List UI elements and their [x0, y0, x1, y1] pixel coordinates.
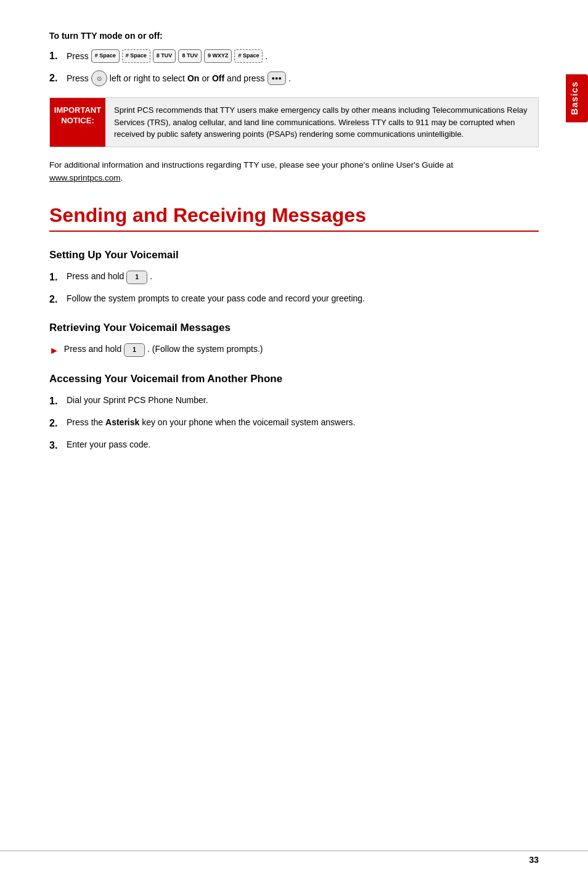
setup-step-num-1: 1.	[49, 270, 67, 285]
nav-key-icon: ⊙	[91, 70, 107, 86]
setup-step-2-text: Follow the system prompts to create your…	[67, 292, 365, 306]
page-container: Basics To turn TTY mode on or off: 1. Pr…	[0, 0, 588, 882]
setup-step-1-before: Press and hold	[67, 271, 124, 281]
step-num-2: 2.	[49, 73, 67, 84]
key-hash-space-2: # Space	[122, 49, 150, 63]
website-link[interactable]: www.sprintpcs.com	[49, 173, 121, 182]
retrieve-before: Press and hold	[64, 344, 121, 354]
additional-info-text: For additional information and instructi…	[49, 160, 453, 169]
voicemail-another-heading: Accessing Your Voicemail from Another Ph…	[49, 373, 539, 385]
step-1-press: Press	[67, 51, 89, 61]
retrieve-bullet: ► Press and hold 1 . (Follow the system …	[49, 343, 539, 358]
retrieve-after: . (Follow the system prompts.)	[147, 344, 263, 354]
another-step-3: 3. Enter your pass code.	[49, 438, 539, 453]
period-after-link: .	[121, 173, 123, 182]
step-1-period: .	[265, 51, 267, 61]
step-2-or: or	[202, 73, 209, 83]
tty-step-1: 1. Press # Space # Space 8 TUV 8 TUV 9 W…	[49, 49, 539, 63]
arrow-icon: ►	[49, 343, 59, 358]
another-step-num-3: 3.	[49, 438, 67, 453]
voicemail-key-2: 1	[124, 343, 145, 357]
another-step-1-text: Dial your Sprint PCS Phone Number.	[67, 394, 208, 407]
tty-title: To turn TTY mode on or off:	[49, 31, 539, 41]
step-2-middle: left or right to select	[110, 73, 185, 83]
another-step-2-before: Press the	[67, 417, 103, 427]
additional-info: For additional information and instructi…	[49, 158, 539, 185]
tty-step-2: 2. Press ⊙ left or right to select On or…	[49, 70, 539, 86]
side-tab: Basics	[566, 74, 588, 122]
key-8tuv-1: 8 TUV	[153, 49, 176, 63]
setup-step-1: 1. Press and hold 1 .	[49, 270, 539, 285]
tty-section: To turn TTY mode on or off: 1. Press # S…	[49, 31, 539, 185]
voicemail-setup-section: Setting Up Your Voicemail 1. Press and h…	[49, 249, 539, 307]
bottom-rule	[0, 851, 588, 851]
setup-step-num-2: 2.	[49, 292, 67, 307]
key-8tuv-2: 8 TUV	[178, 49, 202, 63]
key-9wxyz: 9 WXYZ	[204, 49, 232, 63]
voicemail-key-1: 1	[126, 271, 147, 284]
step-2-on: On	[187, 73, 199, 83]
setup-step-1-after: .	[150, 271, 152, 281]
voicemail-setup-heading: Setting Up Your Voicemail	[49, 249, 539, 261]
step-2-and: and press	[227, 73, 264, 83]
notice-text: Sprint PCS recommends that TTY users mak…	[105, 98, 538, 147]
key-hash-space-1: # Space	[91, 49, 120, 63]
another-step-1: 1. Dial your Sprint PCS Phone Number.	[49, 394, 539, 409]
step-2-press: Press	[67, 73, 89, 83]
voicemail-retrieve-heading: Retrieving Your Voicemail Messages	[49, 322, 539, 334]
another-step-2-after: key on your phone when the voicemail sys…	[142, 417, 355, 427]
key-hash-space-3: # Space	[234, 49, 263, 63]
main-heading: Sending and Receiving Messages	[49, 203, 539, 227]
step-2-period: .	[288, 73, 291, 83]
another-step-num-2: 2.	[49, 416, 67, 431]
step-2-content: Press ⊙ left or right to select On or Of…	[67, 70, 291, 86]
step-2-off: Off	[212, 73, 224, 83]
setup-step-2: 2. Follow the system prompts to create y…	[49, 292, 539, 307]
setup-step-1-text: Press and hold 1 .	[67, 270, 152, 284]
another-step-2-text: Press the Asterisk key on your phone whe…	[67, 416, 355, 430]
notice-label: IMPORTANT NOTICE:	[50, 98, 105, 147]
step-num-1: 1.	[49, 51, 67, 62]
confirm-key-icon: ●●●	[267, 71, 286, 85]
asterisk-bold: Asterisk	[105, 417, 139, 427]
notice-box: IMPORTANT NOTICE: Sprint PCS recommends …	[49, 97, 539, 147]
voicemail-retrieve-section: Retrieving Your Voicemail Messages ► Pre…	[49, 322, 539, 358]
page-number: 33	[529, 855, 539, 865]
another-step-2: 2. Press the Asterisk key on your phone …	[49, 416, 539, 431]
step-1-content: Press # Space # Space 8 TUV 8 TUV 9 WXYZ…	[67, 49, 267, 63]
voicemail-another-section: Accessing Your Voicemail from Another Ph…	[49, 373, 539, 453]
main-heading-rule	[49, 231, 539, 232]
retrieve-bullet-text: Press and hold 1 . (Follow the system pr…	[64, 343, 263, 357]
another-step-3-text: Enter your pass code.	[67, 438, 150, 452]
another-step-num-1: 1.	[49, 394, 67, 409]
